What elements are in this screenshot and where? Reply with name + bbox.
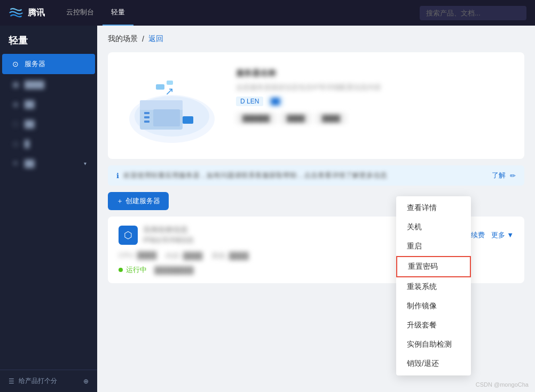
circle-icon: ⊕ xyxy=(83,378,89,385)
sidebar-item-5[interactable]: ◇ █ xyxy=(2,134,95,153)
instance-name-wrapper: 实例名称信息 IP地址等详细信息 xyxy=(143,225,194,245)
breadcrumb-link[interactable]: 返回 xyxy=(148,34,163,44)
item3-icon: ◈ xyxy=(11,100,20,108)
svg-rect-6 xyxy=(144,121,150,123)
svg-text:↗: ↗ xyxy=(165,85,174,97)
sidebar: 轻量 ⊙ 服务器 ▣ ████ ◈ ██ □ ██ ◇ █ xyxy=(0,26,97,392)
server-tags: D LEN ██ xyxy=(236,97,514,106)
menu-item-self-check[interactable]: 实例自助检测 xyxy=(396,335,471,354)
context-menu: 查看详情 关机 重启 重置密码 重装系统 制作镜像 升级套餐 实例自助检测 xyxy=(396,196,471,375)
renew-button[interactable]: 续费 xyxy=(471,230,485,240)
svg-rect-11 xyxy=(167,81,173,85)
instance-name: 实例名称信息 xyxy=(143,225,194,235)
banner-text: 欢迎使用轻量应用服务器，如有问题请联系客服获取帮助，点击查看详情了解更多信息 xyxy=(123,171,485,180)
instance-detail-1: CPU: ████ xyxy=(119,251,157,261)
svg-rect-5 xyxy=(144,116,150,118)
server-name: 服务器名称 xyxy=(236,68,276,78)
server-info: 服务器名称 这是服务器描述信息包含IP等详细配置信息内容 D LEN ██ ██… xyxy=(236,63,514,148)
server-actions-row: ██████ ████ ████ xyxy=(236,113,514,124)
rate-icon: ☰ xyxy=(9,378,14,385)
page-header: 我的场景 / 返回 xyxy=(108,34,524,44)
server-icon: ⊙ xyxy=(11,60,20,68)
breadcrumb-separator: / xyxy=(142,35,144,43)
server-tag-extra: ██ xyxy=(266,97,284,106)
svg-rect-3 xyxy=(140,100,183,110)
sidebar-item-server[interactable]: ⊙ 服务器 xyxy=(2,54,95,74)
server-action-2: ████ xyxy=(280,113,311,124)
server-action-1: ██████ xyxy=(236,113,276,124)
sidebar-item-2[interactable]: ▣ ████ xyxy=(2,75,95,94)
status-text: 运行中 xyxy=(126,265,147,275)
svg-rect-10 xyxy=(156,84,164,90)
info-icon: ℹ xyxy=(116,172,119,180)
server-action-3: ████ xyxy=(316,113,347,124)
instance-icon-symbol: ⬡ xyxy=(124,229,132,241)
item4-icon: □ xyxy=(11,119,20,128)
banner-edit-icon[interactable]: ✏ xyxy=(510,172,516,180)
status-dot xyxy=(119,268,123,272)
server-tag-len: D LEN xyxy=(236,97,263,106)
item5-icon: ◇ xyxy=(11,139,20,148)
instance-detail: IP地址等详细信息 xyxy=(143,236,194,245)
svg-rect-7 xyxy=(153,109,180,126)
logo: 腾讯 xyxy=(9,7,45,19)
plus-icon: ＋ xyxy=(116,196,123,206)
menu-item-destroy[interactable]: 销毁/退还 xyxy=(396,354,471,373)
tab-console[interactable]: 云控制台 xyxy=(58,0,103,26)
menu-item-restart[interactable]: 重启 xyxy=(396,237,471,256)
menu-item-detail[interactable]: 查看详情 xyxy=(396,198,471,218)
instance-detail-3: 系统: ████ xyxy=(211,251,249,261)
menu-item-upgrade[interactable]: 升级套餐 xyxy=(396,316,471,335)
sidebar-item-4[interactable]: □ ██ xyxy=(2,114,95,133)
sidebar-item-3[interactable]: ◈ ██ xyxy=(2,94,95,114)
menu-item-reinstall[interactable]: 重装系统 xyxy=(396,277,471,297)
item6-icon: ✦ xyxy=(11,159,20,167)
watermark: CSDN @mongoCha xyxy=(476,381,529,388)
instance-detail-2: 内存: ████ xyxy=(166,251,203,261)
breadcrumb: 我的场景 xyxy=(108,34,138,44)
top-navigation: 腾讯 云控制台 轻量 xyxy=(0,0,535,26)
status-extra: ████████ xyxy=(154,266,194,274)
menu-item-reset-password[interactable]: 重置密码 xyxy=(396,256,471,277)
svg-rect-4 xyxy=(144,112,150,114)
server-illustration: ↗ xyxy=(124,66,220,146)
server-description: 这是服务器描述信息包含IP等详细配置信息内容 xyxy=(236,83,514,92)
main-layout: 轻量 ⊙ 服务器 ▣ ████ ◈ ██ □ ██ ◇ █ xyxy=(0,26,535,392)
chevron-down-icon: ▾ xyxy=(84,161,86,166)
sidebar-user-label: 轻量 xyxy=(0,26,97,51)
instance-icon: ⬡ xyxy=(119,226,138,245)
menu-item-shutdown[interactable]: 关机 xyxy=(396,218,471,237)
banner-link[interactable]: 了解 xyxy=(492,171,506,180)
sidebar-section: ⊙ 服务器 ▣ ████ ◈ ██ □ ██ ◇ █ ✦ ██ ▾ xyxy=(0,53,97,173)
info-banner: ℹ 欢迎使用轻量应用服务器，如有问题请联系客服获取帮助，点击查看详情了解更多信息… xyxy=(108,165,524,186)
server-card: ↗ 服务器名称 这是服务器描述信息包含IP等详细配置信息内容 D LEN ██ xyxy=(108,52,524,159)
tab-lightweight[interactable]: 轻量 xyxy=(103,0,133,26)
search-input[interactable] xyxy=(420,6,526,20)
top-tabs: 云控制台 轻量 xyxy=(58,0,133,26)
create-server-button[interactable]: ＋ 创建服务器 xyxy=(108,192,169,210)
server-illustration-container: ↗ xyxy=(119,63,225,148)
item2-icon: ▣ xyxy=(11,80,20,89)
more-button[interactable]: 更多 ▼ xyxy=(491,230,514,240)
main-content: 我的场景 / 返回 xyxy=(97,26,535,392)
logo-text: 腾讯 xyxy=(28,7,45,19)
sidebar-rate-button[interactable]: ☰ 给产品打个分 ⊕ xyxy=(0,370,97,392)
sidebar-item-6[interactable]: ✦ ██ ▾ xyxy=(2,154,95,173)
server-title-row: 服务器名称 xyxy=(236,68,514,78)
menu-item-create-image[interactable]: 制作镜像 xyxy=(396,297,471,316)
svg-rect-8 xyxy=(183,116,193,124)
